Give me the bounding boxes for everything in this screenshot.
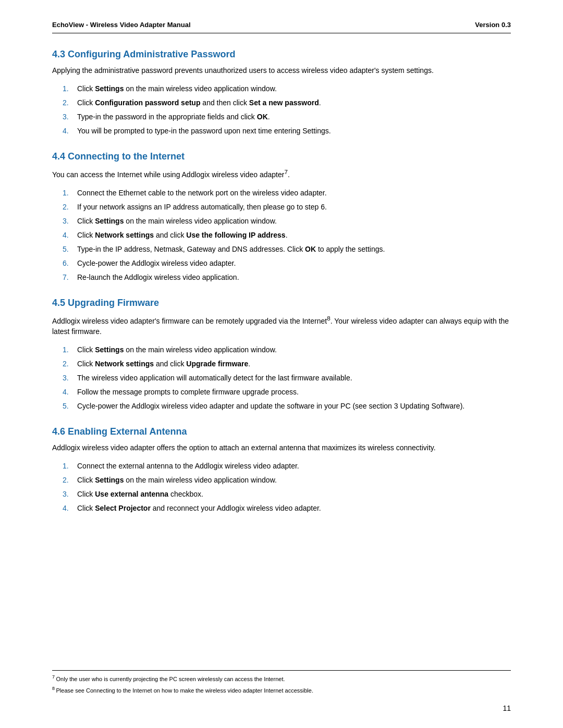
step-content: Type-in the IP address, Netmask, Gateway… (77, 244, 511, 255)
header-title: EchoView - Wireless Video Adapter Manual (52, 21, 191, 29)
section-intro-4-4: You can access the Internet while using … (52, 167, 511, 180)
step-bold: Configuration password setup (95, 98, 200, 107)
step-number: 3. (63, 216, 77, 227)
step-content: The wireless video application will auto… (77, 373, 511, 384)
footnote-ref-8: 8 (327, 315, 330, 322)
step-number: 6. (63, 258, 77, 269)
list-item: 3.Type-in the password in the appropriat… (63, 112, 511, 122)
step-content: Click Configuration password setup and t… (77, 97, 511, 108)
step-bold: Select Projector (95, 504, 151, 512)
section-4-3: 4.3 Configuring Administrative PasswordA… (52, 49, 511, 137)
step-bold: Settings (95, 217, 124, 225)
list-item: 4.Click Select Projector and reconnect y… (63, 503, 511, 514)
step-content: Follow the message prompts to complete f… (77, 387, 511, 398)
sections-container: 4.3 Configuring Administrative PasswordA… (52, 49, 511, 514)
section-4-5: 4.5 Upgrading FirmwareAddlogix wireless … (52, 298, 511, 412)
step-content: Click Use external antenna checkbox. (77, 489, 511, 500)
step-content: You will be prompted to type-in the pass… (77, 126, 511, 137)
list-item: 4.You will be prompted to type-in the pa… (63, 126, 511, 137)
step-number: 2. (63, 475, 77, 486)
section-title-4-5: 4.5 Upgrading Firmware (52, 298, 511, 309)
step-bold: Settings (95, 346, 124, 354)
step-number: 4. (63, 503, 77, 514)
list-item: 2.Click Network settings and click Upgra… (63, 359, 511, 369)
list-item: 3.The wireless video application will au… (63, 373, 511, 384)
step-content: Click Network settings and click Upgrade… (77, 359, 511, 369)
step-bold: Settings (95, 476, 124, 484)
step-number: 5. (63, 244, 77, 255)
footnote-8: 8 Please see Connecting to the Internet … (52, 685, 511, 695)
header-version: Version 0.3 (475, 21, 511, 29)
footnote-number: 7 (52, 674, 56, 680)
list-item: 1.Connect the Ethernet cable to the netw… (63, 188, 511, 199)
step-content: Click Settings on the main wireless vide… (77, 216, 511, 227)
list-item: 5.Cycle-power the Addlogix wireless vide… (63, 401, 511, 412)
step-number: 3. (63, 112, 77, 122)
list-item: 2.If your network assigns an IP address … (63, 202, 511, 213)
section-title-4-6: 4.6 Enabling External Antenna (52, 426, 511, 437)
step-number: 7. (63, 272, 77, 283)
step-number: 1. (63, 188, 77, 199)
step-bold: OK (257, 113, 268, 121)
list-item: 4.Click Network settings and click Use t… (63, 230, 511, 241)
step-content: Type-in the password in the appropriate … (77, 112, 511, 122)
list-item: 7.Re-launch the Addlogix wireless video … (63, 272, 511, 283)
step-number: 4. (63, 387, 77, 398)
step-content: Click Network settings and click Use the… (77, 230, 511, 241)
step-number: 2. (63, 202, 77, 213)
step-bold: Settings (95, 84, 124, 93)
step-bold: OK (305, 245, 316, 253)
list-item: 3.Click Settings on the main wireless vi… (63, 216, 511, 227)
section-4-6: 4.6 Enabling External AntennaAddlogix wi… (52, 426, 511, 514)
step-content: Click Settings on the main wireless vide… (77, 83, 511, 94)
step-content: Cycle-power the Addlogix wireless video … (77, 401, 511, 412)
page-header: EchoView - Wireless Video Adapter Manual… (52, 21, 511, 33)
footnote-7: 7 Only the user who is currently project… (52, 674, 511, 683)
step-bold: Network settings (95, 231, 154, 239)
step-bold2: Use the following IP address (186, 231, 285, 239)
section-title-4-3: 4.3 Configuring Administrative Password (52, 49, 511, 60)
step-number: 5. (63, 401, 77, 412)
step-content: If your network assigns an IP address au… (77, 202, 511, 213)
step-number: 4. (63, 126, 77, 137)
step-content: Click Select Projector and reconnect you… (77, 503, 511, 514)
section-intro-4-3: Applying the administrative password pre… (52, 65, 511, 76)
footnotes-section: 7 Only the user who is currently project… (52, 670, 511, 697)
page: EchoView - Wireless Video Adapter Manual… (0, 0, 563, 728)
step-bold: Use external antenna (95, 490, 168, 498)
steps-list-4-3: 1.Click Settings on the main wireless vi… (52, 83, 511, 137)
step-number: 4. (63, 230, 77, 241)
step-content: Connect the external antenna to the Addl… (77, 461, 511, 472)
list-item: 6.Cycle-power the Addlogix wireless vide… (63, 258, 511, 269)
footnote-number: 8 (52, 686, 56, 691)
step-bold: Network settings (95, 360, 154, 368)
list-item: 4.Follow the message prompts to complete… (63, 387, 511, 398)
step-number: 2. (63, 359, 77, 369)
steps-list-4-5: 1.Click Settings on the main wireless vi… (52, 344, 511, 412)
step-number: 2. (63, 97, 77, 108)
step-content: Cycle-power the Addlogix wireless video … (77, 258, 511, 269)
list-item: 5.Type-in the IP address, Netmask, Gatew… (63, 244, 511, 255)
step-bold2: Upgrade firmware (186, 360, 248, 368)
step-content: Connect the Ethernet cable to the networ… (77, 188, 511, 199)
section-4-4: 4.4 Connecting to the InternetYou can ac… (52, 151, 511, 283)
list-item: 1.Connect the external antenna to the Ad… (63, 461, 511, 472)
list-item: 3.Click Use external antenna checkbox. (63, 489, 511, 500)
list-item: 1.Click Settings on the main wireless vi… (63, 344, 511, 355)
step-content: Re-launch the Addlogix wireless video ap… (77, 272, 511, 283)
list-item: 2.Click Configuration password setup and… (63, 97, 511, 108)
step-content: Click Settings on the main wireless vide… (77, 344, 511, 355)
steps-list-4-4: 1.Connect the Ethernet cable to the netw… (52, 188, 511, 283)
step-bold2: Set a new password (249, 98, 319, 107)
steps-list-4-6: 1.Connect the external antenna to the Ad… (52, 461, 511, 514)
section-title-4-4: 4.4 Connecting to the Internet (52, 151, 511, 162)
step-number: 1. (63, 344, 77, 355)
section-intro-4-6: Addlogix wireless video adapter offers t… (52, 442, 511, 453)
step-number: 3. (63, 489, 77, 500)
footnote-ref-7: 7 (284, 168, 287, 175)
section-intro-4-5: Addlogix wireless video adapter's firmwa… (52, 314, 511, 338)
step-number: 1. (63, 461, 77, 472)
list-item: 2.Click Settings on the main wireless vi… (63, 475, 511, 486)
page-number: 11 (503, 704, 511, 712)
footnotes-container: 7 Only the user who is currently project… (52, 674, 511, 695)
